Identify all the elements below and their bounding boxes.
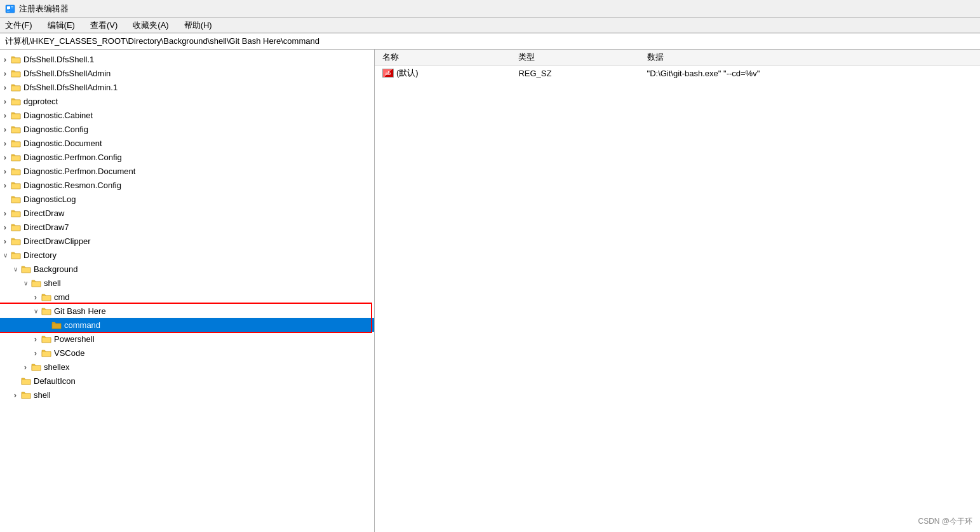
folder-icon bbox=[10, 110, 22, 120]
expander-collapsed[interactable] bbox=[0, 82, 10, 92]
expander-expanded[interactable] bbox=[10, 264, 20, 274]
tree-label: Git Bash Here bbox=[54, 306, 106, 316]
expander-collapsed[interactable] bbox=[0, 208, 10, 218]
tree-label: Diagnostic.Perfmon.Document bbox=[23, 167, 135, 176]
tree-label: DirectDraw7 bbox=[23, 222, 69, 232]
tree-item-diagperfmonconfig[interactable]: Diagnostic.Perfmon.Config bbox=[0, 150, 374, 164]
tree-label: cmd bbox=[54, 292, 70, 302]
tree-item-directdraw[interactable]: DirectDraw bbox=[0, 206, 374, 220]
tree-item-dfshelladmin1[interactable]: DfsShell.DfsShellAdmin.1 bbox=[0, 80, 374, 94]
tree-label: shell bbox=[44, 278, 61, 288]
svg-rect-3 bbox=[7, 11, 10, 11]
detail-panel: 名称 类型 数据 ab (默认) REG_SZ "D:\Git\git-bash… bbox=[375, 50, 980, 532]
tree-label: Diagnostic.Cabinet bbox=[23, 111, 93, 120]
tree-item-command[interactable]: command bbox=[0, 318, 374, 332]
tree-item-dgprotect[interactable]: dgprotect bbox=[0, 94, 374, 108]
folder-icon bbox=[10, 180, 22, 190]
expander-expanded[interactable] bbox=[30, 306, 41, 316]
registry-tree[interactable]: DfsShell.DfsShell.1 DfsShell.DfsShellAdm… bbox=[0, 50, 375, 532]
expander-collapsed[interactable] bbox=[0, 68, 10, 78]
expander-expanded[interactable] bbox=[20, 278, 30, 288]
folder-icon bbox=[10, 222, 22, 232]
tree-item-shell[interactable]: shell bbox=[0, 276, 374, 290]
svg-rect-1 bbox=[7, 6, 10, 9]
reg-type-icon: ab bbox=[382, 69, 394, 78]
folder-icon bbox=[41, 306, 52, 316]
watermark: CSDN @今于环 bbox=[918, 516, 972, 527]
svg-rect-0 bbox=[6, 5, 15, 13]
folder-icon bbox=[10, 138, 22, 148]
tree-item-powershell[interactable]: Powershell bbox=[0, 332, 374, 346]
tree-item-diagperfdocument[interactable]: Diagnostic.Perfmon.Document bbox=[0, 164, 374, 178]
col-name: 名称 bbox=[375, 50, 511, 65]
expander-collapsed[interactable] bbox=[0, 236, 10, 246]
tree-label: VSCode bbox=[54, 348, 84, 358]
registry-value-table: 名称 类型 数据 ab (默认) REG_SZ "D:\Git\git-bash… bbox=[375, 50, 980, 81]
expander-expanded[interactable] bbox=[0, 250, 10, 260]
expander-collapsed[interactable] bbox=[30, 334, 41, 344]
app-icon bbox=[5, 4, 15, 14]
value-type: REG_SZ bbox=[511, 65, 639, 81]
expander-collapsed[interactable] bbox=[0, 180, 10, 190]
tree-label: Diagnostic.Resmon.Config bbox=[23, 181, 121, 190]
menu-edit[interactable]: 编辑(E) bbox=[45, 18, 77, 32]
expander-collapsed[interactable] bbox=[0, 152, 10, 162]
tree-item-diagresmonconfig[interactable]: Diagnostic.Resmon.Config bbox=[0, 178, 374, 192]
tree-item-gitbashhere[interactable]: Git Bash Here bbox=[0, 304, 374, 318]
folder-icon bbox=[10, 208, 22, 218]
tree-item-dfshelladmin[interactable]: DfsShell.DfsShellAdmin bbox=[0, 66, 374, 80]
tree-label: dgprotect bbox=[23, 97, 58, 106]
tree-label: Directory bbox=[23, 250, 57, 260]
expander-collapsed[interactable] bbox=[0, 222, 10, 232]
expander-collapsed[interactable] bbox=[0, 96, 10, 106]
folder-icon bbox=[10, 250, 22, 260]
expander-collapsed[interactable] bbox=[0, 110, 10, 120]
folder-icon bbox=[41, 348, 52, 358]
tree-item-defaulticon[interactable]: DefaultIcon bbox=[0, 374, 374, 388]
tree-item-vscode[interactable]: VSCode bbox=[0, 346, 374, 360]
tree-item-cmd[interactable]: cmd bbox=[0, 290, 374, 304]
tree-item-directdrawclipper[interactable]: DirectDrawClipper bbox=[0, 234, 374, 248]
menu-help[interactable]: 帮助(H) bbox=[182, 18, 215, 32]
tree-item-shellex[interactable]: shellex bbox=[0, 360, 374, 374]
expander-collapsed[interactable] bbox=[10, 390, 20, 400]
tree-item-directory[interactable]: Directory bbox=[0, 248, 374, 262]
tree-label: Powershell bbox=[54, 334, 95, 344]
tree-label: Diagnostic.Perfmon.Config bbox=[23, 153, 122, 162]
tree-item-dfsshell1[interactable]: DfsShell.DfsShell.1 bbox=[0, 52, 374, 66]
expander-collapsed[interactable] bbox=[20, 362, 30, 372]
expander-collapsed[interactable] bbox=[0, 124, 10, 134]
tree-item-shell2[interactable]: shell bbox=[0, 388, 374, 402]
expander-collapsed[interactable] bbox=[0, 138, 10, 148]
col-data: 数据 bbox=[640, 50, 980, 65]
folder-icon bbox=[20, 376, 32, 386]
expander-collapsed[interactable] bbox=[30, 292, 41, 302]
menu-favorites[interactable]: 收藏夹(A) bbox=[130, 18, 171, 32]
tree-label: shell bbox=[34, 390, 51, 400]
tree-item-diaglog[interactable]: DiagnosticLog bbox=[0, 192, 374, 206]
folder-icon bbox=[10, 68, 22, 78]
expander-collapsed[interactable] bbox=[0, 54, 10, 64]
tree-item-background[interactable]: Background bbox=[0, 262, 374, 276]
folder-icon bbox=[20, 264, 32, 274]
expander-leaf bbox=[0, 194, 10, 204]
expander-collapsed[interactable] bbox=[0, 166, 10, 176]
expander-collapsed[interactable] bbox=[30, 348, 41, 358]
address-path: 计算机\HKEY_CLASSES_ROOT\Directory\Backgrou… bbox=[5, 36, 319, 47]
address-bar: 计算机\HKEY_CLASSES_ROOT\Directory\Backgrou… bbox=[0, 33, 980, 50]
svg-rect-5 bbox=[11, 8, 13, 8]
menu-view[interactable]: 查看(V) bbox=[88, 18, 120, 32]
tree-label: Diagnostic.Config bbox=[23, 125, 88, 134]
tree-label: DiagnosticLog bbox=[23, 194, 76, 204]
window-title: 注册表编辑器 bbox=[19, 3, 69, 15]
tree-item-diagcabinet[interactable]: Diagnostic.Cabinet bbox=[0, 108, 374, 122]
table-row[interactable]: ab (默认) REG_SZ "D:\Git\git-bash.exe" "--… bbox=[375, 65, 980, 81]
tree-label: DirectDraw bbox=[23, 208, 64, 218]
menu-file[interactable]: 文件(F) bbox=[3, 18, 35, 32]
tree-item-diagdocument[interactable]: Diagnostic.Document bbox=[0, 136, 374, 150]
folder-icon bbox=[30, 278, 42, 288]
tree-item-directdraw7[interactable]: DirectDraw7 bbox=[0, 220, 374, 234]
expander-leaf bbox=[41, 320, 51, 330]
tree-item-diagconfig[interactable]: Diagnostic.Config bbox=[0, 122, 374, 136]
title-bar: 注册表编辑器 bbox=[0, 0, 980, 18]
